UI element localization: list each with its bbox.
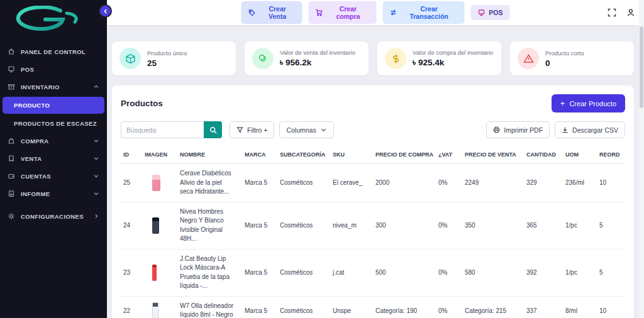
sidebar-item-label: POS <box>21 66 34 73</box>
col-reorder[interactable]: REORD <box>597 146 625 164</box>
products-table: ID IMAGEN NOMBRE MARCA SUBCATEGORÍA SKU … <box>121 146 625 318</box>
fullscreen-icon[interactable] <box>608 8 616 17</box>
transaction-icon <box>389 9 397 16</box>
sidebar-item-cuentas[interactable]: CUENTAS <box>0 167 107 185</box>
stat-label: Valor de compra del inventario <box>413 49 493 56</box>
table-row[interactable]: 22 W7 Olla delineador líquido 8ml - Negr… <box>121 296 625 318</box>
table-row[interactable]: 25 Cerave Diabéticos Alivio de la piel s… <box>121 164 625 202</box>
cell-quantity: 365 <box>524 202 563 249</box>
cell-vat: 0% <box>436 249 462 296</box>
cell-purchase-price: 300 <box>373 202 436 249</box>
cell-subcategory: Cosméticos <box>277 249 330 296</box>
col-vat[interactable]: ¿VAT <box>436 146 462 164</box>
plus-icon: + <box>560 99 565 107</box>
col-nombre[interactable]: NOMBRE <box>177 146 242 164</box>
dollar-icon <box>385 48 406 69</box>
sidebar-item-productos-de-escasez[interactable]: PRODUCTOS DE ESCASEZ <box>0 115 107 132</box>
report-icon <box>8 190 15 197</box>
create-purchase-label: Crear compra <box>327 5 369 20</box>
accounts-icon <box>8 172 15 180</box>
products-toolbar: Filtro + Columnas Imprimir PDF Descargar… <box>121 121 625 138</box>
col-imagen[interactable]: IMAGEN <box>142 146 177 164</box>
stat-card-inventory-purchase-value: Valor de compra del inventario ৳ 925.4k <box>377 41 501 75</box>
cell-purchase-price: 2000 <box>373 164 436 202</box>
stat-value: 25 <box>147 58 187 68</box>
create-purchase-button[interactable]: Crear compra <box>309 1 376 24</box>
cell-vat: 0% <box>436 202 462 249</box>
col-cantidad[interactable]: CANTIDAD <box>524 146 563 164</box>
pos-button[interactable]: POS <box>470 5 509 20</box>
table-row[interactable]: 23 J.Cat Beauty Lip Lock Máscara-A Prueb… <box>121 249 625 296</box>
pos-label: POS <box>489 9 502 16</box>
pos-icon <box>8 65 15 73</box>
create-transaction-button[interactable]: Crear Transacción <box>382 1 464 24</box>
cell-uom: 1/pc <box>563 249 597 296</box>
print-pdf-button[interactable]: Imprimir PDF <box>486 121 550 138</box>
product-image <box>152 217 159 234</box>
chevron-down-icon <box>93 138 99 144</box>
search-button[interactable] <box>204 121 222 138</box>
cell-vat: 0% <box>436 296 462 318</box>
cell-reorder: 10 <box>597 296 625 318</box>
sale-tag-icon <box>248 9 256 16</box>
table-row[interactable]: 24 Nivea Hombres Negro Y Blanco Ivisible… <box>121 202 625 249</box>
sale-icon <box>8 155 15 162</box>
sidebar-item-inventario[interactable]: INVENTARIO <box>0 78 107 96</box>
sidebar-item-label: PRODUCTO <box>14 102 50 109</box>
sidebar-item-configuraciones[interactable]: CONFIGURACIONES <box>0 207 107 225</box>
products-title: Productos <box>121 99 163 108</box>
col-marca[interactable]: MARCA <box>242 146 277 164</box>
filter-button[interactable]: Filtro + <box>230 121 274 138</box>
create-sale-button[interactable]: Crear Venta <box>242 1 303 24</box>
cell-uom: 8/ml <box>563 296 597 318</box>
cell-brand: Marca 5 <box>242 296 277 318</box>
col-subcategoria[interactable]: SUBCATEGORÍA <box>277 146 330 164</box>
sidebar-item-label: CUENTAS <box>21 173 51 180</box>
content: Producto único 25 Valor de venta del inv… <box>107 25 644 318</box>
scrollbar[interactable] <box>639 0 644 318</box>
col-sku[interactable]: SKU <box>330 146 373 164</box>
cell-brand: Marca 5 <box>242 164 277 202</box>
sidebar-item-panel-de-control[interactable]: PANEL DE CONTROL <box>0 43 107 60</box>
user-icon[interactable] <box>626 8 635 17</box>
sidebar-item-venta[interactable]: VENTA <box>0 150 107 167</box>
stat-card-inventory-sale-value: Valor de venta del inventario ৳ 956.2k <box>245 41 369 75</box>
cube-icon <box>119 48 141 69</box>
cell-sale-price: 350 <box>462 202 524 249</box>
product-image <box>152 265 157 281</box>
sidebar-item-informe[interactable]: INFORME <box>0 185 107 202</box>
sidebar-item-compra[interactable]: COMPRA <box>0 132 107 150</box>
cart-icon <box>316 9 323 16</box>
chevron-down-icon <box>93 190 99 197</box>
cell-id: 22 <box>121 296 142 318</box>
cell-name: Cerave Diabéticos Alivio de la piel seca… <box>177 164 242 202</box>
cell-sku: j.cat <box>330 249 373 296</box>
pos-terminal-icon <box>477 9 485 16</box>
sidebar-item-label: PRODUCTOS DE ESCASEZ <box>14 120 97 127</box>
columns-button[interactable]: Columnas <box>279 121 333 138</box>
download-csv-button[interactable]: Descargar CSV <box>555 121 625 138</box>
cell-name: Nivea Hombres Negro Y Blanco Ivisible Or… <box>177 202 242 249</box>
cell-subcategory: Cosméticos <box>277 164 330 202</box>
chevron-right-icon <box>93 213 99 219</box>
cell-subcategory: Cosméticos <box>277 296 330 318</box>
cell-sku: Unspe <box>330 296 373 318</box>
col-id[interactable]: ID <box>121 146 142 164</box>
create-product-button[interactable]: + Crear Producto <box>552 94 625 112</box>
cell-purchase-price: Categoría: 190 <box>373 296 436 318</box>
col-precio-venta[interactable]: PRECIO DE VENTA <box>462 146 524 164</box>
cell-subcategory: Cosméticos <box>277 202 330 249</box>
sidebar-item-label: CONFIGURACIONES <box>21 213 84 220</box>
search-input[interactable] <box>121 121 204 138</box>
table-header-row: ID IMAGEN NOMBRE MARCA SUBCATEGORÍA SKU … <box>121 146 625 164</box>
sidebar-collapse-button[interactable] <box>99 4 112 18</box>
scrollbar-thumb[interactable] <box>640 26 643 108</box>
main-area: Crear Venta Crear compra Crear Transacci… <box>107 0 644 318</box>
stat-value: 0 <box>545 58 584 68</box>
col-precio-compra[interactable]: PRECIO DE COMPRA <box>373 146 436 164</box>
col-uom[interactable]: UOM <box>563 146 597 164</box>
sidebar-item-producto[interactable]: PRODUCTO <box>3 97 104 114</box>
stat-label: Valor de venta del inventario <box>280 49 355 56</box>
cell-sale-price: 580 <box>462 249 524 296</box>
sidebar-item-pos[interactable]: POS <box>0 60 107 78</box>
